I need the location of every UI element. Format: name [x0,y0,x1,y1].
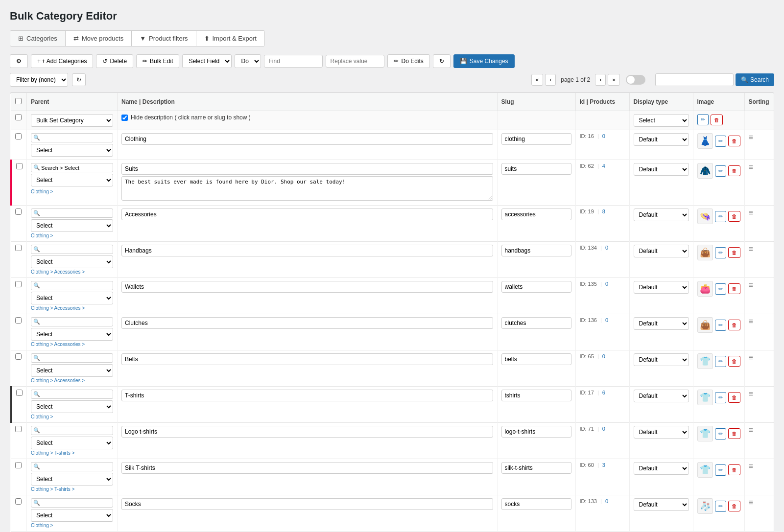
parent-search-input[interactable] [41,135,111,141]
search-input[interactable]: cloth [655,73,734,86]
parent-search-box[interactable]: 🔍 [31,353,113,363]
sort-handle[interactable]: ≡ [749,208,753,217]
slug-input[interactable] [501,498,571,510]
edit-image-button[interactable]: ✏ [715,501,726,512]
delete-image-button[interactable]: 🗑 [728,136,740,146]
row-checkbox[interactable] [15,208,22,215]
product-count[interactable]: 0 [602,133,605,139]
sort-handle[interactable]: ≡ [749,426,753,434]
search-button[interactable]: 🔍 Search [736,73,774,86]
row-checkbox[interactable] [15,462,22,468]
row-checkbox[interactable] [15,498,22,505]
parent-search-input[interactable] [41,392,111,397]
delete-image-button[interactable]: 🗑 [728,283,740,294]
sort-handle[interactable]: ≡ [749,317,753,325]
parent-search-box[interactable]: 🔍 [31,245,113,254]
filter-refresh-button[interactable]: ↻ [72,73,86,86]
edit-image-button[interactable]: ✏ [715,247,726,258]
parent-search-box[interactable]: 🔍 [31,462,113,471]
parent-search-input[interactable] [41,319,111,325]
bulk-parent-select[interactable]: Bulk Set Category [31,114,113,127]
edit-image-button[interactable]: ✏ [715,283,726,295]
toggle-switch[interactable] [626,75,645,85]
next-page-button[interactable]: › [595,74,606,86]
sort-handle[interactable]: ≡ [749,353,753,362]
display-select[interactable]: Default [634,281,689,294]
sort-handle[interactable]: ≡ [749,462,753,470]
parent-search-box[interactable]: 🔍 [31,163,113,172]
sort-handle[interactable]: ≡ [749,281,753,289]
parent-search-input[interactable] [41,464,111,470]
add-categories-button[interactable]: + + Add Categories [31,54,93,68]
display-select[interactable]: Default [634,133,689,146]
tab-categories[interactable]: ⊞ Categories [10,31,66,46]
settings-button[interactable]: ⚙ [10,54,28,68]
slug-input[interactable] [501,133,571,145]
name-input[interactable] [121,390,493,401]
tab-import-export[interactable]: ⬆ Import & Export [196,31,264,46]
parent-select[interactable]: Select [31,509,113,522]
tab-move-products[interactable]: ⇄ Move products [66,31,132,46]
slug-input[interactable] [501,426,571,438]
slug-input[interactable] [501,353,571,365]
parent-search-box[interactable]: 🔍 [31,390,113,399]
product-count[interactable]: 0 [602,353,605,359]
parent-select[interactable]: Select [31,437,113,449]
name-input[interactable] [121,163,493,175]
name-input[interactable] [121,317,493,329]
delete-button[interactable]: ↺ Delete [96,54,133,68]
slug-input[interactable] [501,208,571,220]
display-select[interactable]: Default [634,353,689,366]
sort-handle[interactable]: ≡ [749,163,753,171]
find-input[interactable] [264,55,323,68]
parent-select[interactable]: Select [31,144,113,157]
delete-image-button[interactable]: 🗑 [728,247,740,258]
display-select[interactable]: Default [634,390,689,402]
first-page-button[interactable]: « [531,74,544,86]
name-input[interactable] [121,281,493,293]
parent-search-box[interactable]: 🔍 [31,426,113,435]
edit-image-button[interactable]: ✏ [715,320,726,331]
row-checkbox[interactable] [16,163,23,169]
edit-image-button[interactable]: ✏ [715,136,726,147]
parent-search-input[interactable] [41,247,111,253]
parent-select[interactable]: Select [31,400,113,413]
edit-image-button[interactable]: ✏ [715,356,726,367]
product-count[interactable]: 8 [602,208,605,214]
slug-input[interactable] [501,245,571,256]
product-count[interactable]: 3 [602,462,605,468]
row-checkbox[interactable] [15,353,22,360]
parent-select[interactable]: Select [31,292,113,304]
delete-image-button[interactable]: 🗑 [728,392,740,403]
bulk-delete-image-button[interactable]: 🗑 [711,115,723,125]
parent-select[interactable]: Select [31,473,113,486]
delete-image-button[interactable]: 🗑 [728,501,740,511]
hide-desc-checkbox[interactable] [121,115,128,121]
parent-search-input[interactable] [41,428,111,434]
sort-handle[interactable]: ≡ [749,245,753,253]
edit-image-button[interactable]: ✏ [715,428,726,439]
parent-search-input[interactable] [41,500,111,506]
name-input[interactable] [121,426,493,438]
slug-input[interactable] [501,281,571,293]
edit-image-button[interactable]: ✏ [715,165,726,177]
product-count[interactable]: 0 [605,245,608,251]
product-count[interactable]: 0 [605,281,608,287]
row-checkbox[interactable] [16,390,23,396]
do-edits-button[interactable]: ✏ Do Edits [387,54,429,68]
parent-search-box[interactable]: 🔍 [31,208,113,218]
parent-search-input[interactable] [41,165,111,171]
parent-search-box[interactable]: 🔍 [31,498,113,508]
prev-page-button[interactable]: ‹ [545,74,556,86]
parent-select[interactable]: Select [31,328,113,341]
sort-handle[interactable]: ≡ [749,498,753,507]
row-checkbox[interactable] [15,133,22,139]
save-changes-button[interactable]: 💾 Save Changes [453,54,515,68]
product-count[interactable]: 0 [605,498,608,504]
do-dropdown[interactable]: Do [235,54,261,68]
last-page-button[interactable]: » [608,74,620,86]
row-checkbox[interactable] [15,426,22,432]
name-input[interactable] [121,462,493,474]
name-input[interactable] [121,353,493,365]
display-select[interactable]: Default [634,498,689,511]
